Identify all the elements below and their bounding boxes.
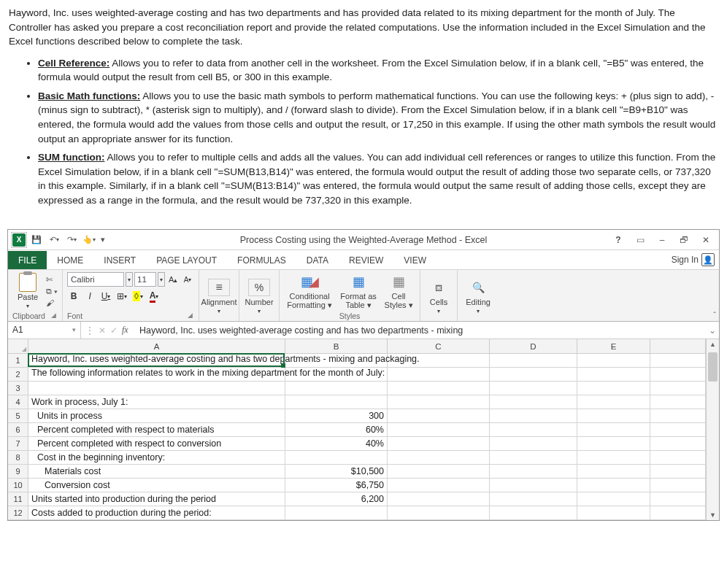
cell[interactable]: [577, 368, 650, 381]
copy-button[interactable]: ⧉ ▾: [46, 287, 58, 296]
cell-styles-button[interactable]: ▦ Cell Styles ▾: [382, 272, 415, 310]
select-all-corner[interactable]: ◢: [8, 339, 28, 353]
cell[interactable]: [490, 368, 577, 381]
cell[interactable]: [388, 479, 490, 492]
cell[interactable]: [650, 506, 706, 519]
cell[interactable]: Work in process, July 1:: [28, 395, 285, 409]
qat-redo-button[interactable]: ↷▾: [64, 232, 80, 248]
name-box[interactable]: A1▾: [8, 322, 81, 339]
qat-customize-button[interactable]: ▾: [99, 232, 107, 248]
col-header-a[interactable]: A: [28, 339, 285, 353]
cell[interactable]: Materials cost: [28, 465, 285, 478]
enter-formula-icon[interactable]: ✓: [110, 325, 118, 336]
cell[interactable]: [490, 437, 577, 450]
cell[interactable]: [388, 409, 490, 422]
row-header[interactable]: 2: [8, 368, 28, 381]
scroll-up-icon[interactable]: ▲: [707, 341, 719, 348]
fill-color-button[interactable]: ◊▾: [131, 290, 145, 303]
cell[interactable]: [650, 423, 706, 436]
cell[interactable]: [388, 423, 490, 436]
cancel-formula-icon[interactable]: ✕: [99, 325, 106, 336]
format-painter-button[interactable]: 🖌: [46, 298, 58, 307]
cell[interactable]: Conversion cost: [28, 479, 285, 492]
cell[interactable]: [577, 506, 650, 519]
cell[interactable]: [388, 492, 490, 506]
scroll-down-icon[interactable]: ▼: [707, 511, 719, 519]
cell[interactable]: [650, 437, 706, 450]
cell[interactable]: [650, 492, 706, 506]
italic-button[interactable]: I: [83, 290, 96, 303]
editing-button[interactable]: 🔍 Editing▾: [462, 277, 494, 315]
cell[interactable]: [650, 479, 706, 492]
font-color-button[interactable]: A ▾: [147, 290, 161, 303]
tab-file[interactable]: FILE: [8, 251, 47, 269]
cell[interactable]: Percent completed with respect to materi…: [28, 423, 285, 436]
row-header[interactable]: 3: [8, 382, 28, 395]
decrease-font-button[interactable]: A▾: [181, 273, 194, 286]
col-header-b[interactable]: B: [285, 339, 388, 353]
expand-formula-bar-icon[interactable]: ⌄: [706, 325, 719, 336]
qat-save-button[interactable]: 💾: [28, 232, 45, 248]
cell[interactable]: [388, 437, 490, 450]
restore-button[interactable]: 🗗: [674, 232, 694, 248]
cell[interactable]: [650, 451, 706, 464]
border-button[interactable]: ⊞ ▾: [115, 290, 128, 303]
cell[interactable]: $6,750: [285, 479, 388, 492]
row-header[interactable]: 10: [8, 479, 28, 492]
cell[interactable]: [650, 395, 706, 409]
cell[interactable]: [650, 368, 706, 381]
cells-button[interactable]: ⧈ Cells▾: [425, 277, 453, 315]
cell[interactable]: Units started into production during the…: [28, 492, 285, 506]
cell[interactable]: [388, 395, 490, 409]
cell[interactable]: [490, 506, 577, 519]
col-header-d[interactable]: D: [490, 339, 577, 353]
cell[interactable]: [577, 451, 650, 464]
cell[interactable]: 6,200: [285, 492, 388, 506]
collapse-ribbon-icon[interactable]: ˆ: [713, 311, 716, 320]
cell[interactable]: [490, 451, 577, 464]
row-header[interactable]: 8: [8, 451, 28, 464]
cell[interactable]: [285, 382, 388, 395]
formula-input[interactable]: Hayword, Inc. uses weighted-average cost…: [136, 325, 706, 336]
cell[interactable]: [577, 395, 650, 409]
help-button[interactable]: ?: [608, 232, 628, 248]
qat-undo-button[interactable]: ↶▾: [46, 232, 62, 248]
clipboard-launcher-icon[interactable]: ◢: [51, 312, 58, 320]
col-header-c[interactable]: C: [388, 339, 490, 353]
qat-touch-button[interactable]: 👆▾: [81, 232, 97, 248]
minimize-button[interactable]: –: [652, 232, 672, 248]
cell[interactable]: [490, 409, 577, 422]
formula-menu-icon[interactable]: ⋮: [85, 325, 94, 336]
cell[interactable]: [577, 409, 650, 422]
cell[interactable]: [28, 382, 285, 395]
tab-view[interactable]: VIEW: [393, 251, 436, 269]
cell[interactable]: [577, 465, 650, 478]
cell[interactable]: [490, 492, 577, 506]
tab-home[interactable]: HOME: [47, 251, 93, 269]
cell[interactable]: Units in process: [28, 409, 285, 422]
row-header[interactable]: 11: [8, 492, 28, 506]
cell[interactable]: [490, 465, 577, 478]
font-size-selector[interactable]: 11: [134, 272, 156, 287]
cell[interactable]: [285, 451, 388, 464]
tab-insert[interactable]: INSERT: [93, 251, 146, 269]
cell[interactable]: [490, 395, 577, 409]
close-button[interactable]: ✕: [696, 232, 716, 248]
row-header[interactable]: 5: [8, 409, 28, 422]
cell[interactable]: [490, 423, 577, 436]
row-header[interactable]: 6: [8, 423, 28, 436]
ribbon-display-options-button[interactable]: ▭: [630, 232, 650, 248]
cell[interactable]: Costs added to production during the per…: [28, 506, 285, 519]
cell[interactable]: [650, 354, 706, 367]
cell[interactable]: [577, 382, 650, 395]
cell[interactable]: [388, 368, 490, 381]
tab-review[interactable]: REVIEW: [339, 251, 393, 269]
cell[interactable]: [388, 451, 490, 464]
cell[interactable]: 40%: [285, 437, 388, 450]
bold-button[interactable]: B: [67, 290, 80, 303]
cell[interactable]: Percent completed with respect to conver…: [28, 437, 285, 450]
cell[interactable]: [577, 354, 650, 367]
cell[interactable]: 60%: [285, 423, 388, 436]
cell[interactable]: The following information relates to wor…: [28, 368, 285, 381]
cell[interactable]: $10,500: [285, 465, 388, 478]
